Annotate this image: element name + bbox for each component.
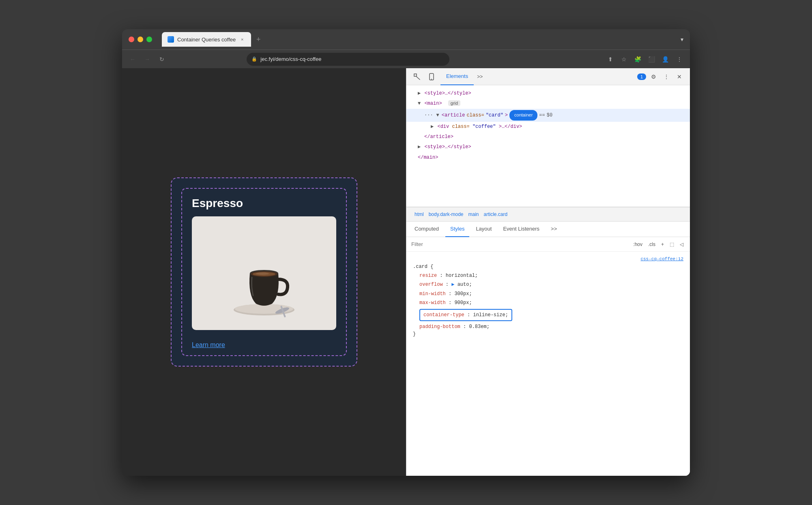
triangle-icon[interactable]: ▶: [418, 91, 421, 96]
triangle-icon[interactable]: ▶: [431, 124, 434, 129]
layout-tab[interactable]: Layout: [471, 222, 496, 237]
svg-point-10: [431, 79, 432, 80]
css-rule-padding-bottom: padding-bottom : 0.83em;: [413, 322, 683, 331]
dots-icon: ···: [424, 112, 433, 119]
devtools-main-tabs: Elements >>: [440, 68, 634, 85]
minimize-button[interactable]: [137, 37, 143, 42]
css-rule-overflow: overflow : ▶ auto;: [413, 280, 683, 289]
css-rule-min-width: min-width : 300px;: [413, 289, 683, 298]
container-type-highlight: container-type : inline-size;: [419, 309, 512, 321]
new-tab-button[interactable]: +: [253, 34, 264, 45]
learn-more-link[interactable]: Learn more: [182, 335, 346, 355]
coffee-image: [192, 216, 336, 330]
container-badge: container: [509, 110, 537, 121]
coffee-svg: [192, 216, 336, 330]
maximize-button[interactable]: [146, 37, 152, 42]
address-text: jec.fyi/demo/css-cq-coffee: [260, 56, 321, 62]
tab-menu-button[interactable]: ▾: [681, 36, 683, 43]
device-toolbar-button[interactable]: [426, 71, 437, 82]
toggle-sidebar-button[interactable]: ◁: [678, 241, 685, 248]
nav-bar: ← → ↻ 🔒 jec.fyi/demo/css-cq-coffee ⬆ ☆ 🧩…: [122, 50, 690, 68]
breadcrumb-bar: html body.dark-mode main article.card: [406, 207, 690, 222]
card-inner: Espresso: [181, 188, 347, 356]
more-styles-tabs-button[interactable]: >>: [546, 222, 562, 237]
more-button[interactable]: ⋮: [674, 54, 685, 65]
copy-style-button[interactable]: ⬚: [668, 241, 676, 248]
article-close-line[interactable]: </article>: [406, 132, 690, 142]
article-element-line[interactable]: ··· ▼ <article class= "card" > container…: [406, 109, 690, 122]
devtools-more-tabs-button[interactable]: >>: [474, 72, 486, 81]
svg-point-7: [256, 272, 269, 275]
active-tab[interactable]: Container Queries coffee ×: [162, 32, 251, 47]
triangle-icon[interactable]: ▼: [418, 101, 421, 106]
elements-panel: ▶ <style>…</style> ▼ <main> grid ··· ▼ <…: [406, 85, 690, 207]
coffee-image-wrapper: [182, 216, 346, 335]
main-element-line[interactable]: ▼ <main> grid: [406, 99, 690, 109]
notification-badge: 1: [637, 73, 646, 80]
breadcrumb-body[interactable]: body.dark-mode: [427, 211, 465, 218]
forward-button[interactable]: →: [142, 54, 153, 65]
tab-close-button[interactable]: ×: [239, 36, 245, 43]
share-button[interactable]: ⬆: [605, 54, 616, 65]
filter-actions: :hov .cls + ⬚ ◁: [632, 241, 685, 248]
extensions-button[interactable]: 🧩: [632, 54, 644, 65]
devtools-content: ▶ <style>…</style> ▼ <main> grid ··· ▼ <…: [406, 85, 690, 476]
tab-favicon: [168, 36, 174, 43]
bookmark-button[interactable]: ☆: [619, 54, 630, 65]
devtools-settings-area: 1 ⚙ ⋮ ✕: [637, 71, 685, 82]
filter-bar: :hov .cls + ⬚ ◁: [406, 237, 690, 252]
tab-title: Container Queries coffee: [177, 37, 236, 43]
close-button[interactable]: [129, 37, 134, 42]
back-button[interactable]: ←: [127, 54, 138, 65]
title-bar: Container Queries coffee × + ▾: [122, 29, 690, 50]
event-listeners-tab[interactable]: Event Listeners: [498, 222, 544, 237]
styles-sub-tabs: Computed Styles Layout Event Listeners >…: [406, 222, 690, 237]
css-panel: css-cq-coffee:12 .card { resize : horizo…: [406, 252, 690, 476]
address-bar[interactable]: 🔒 jec.fyi/demo/css-cq-coffee: [247, 53, 449, 66]
browser-window: Container Queries coffee × + ▾ ← → ↻ 🔒 j…: [122, 29, 690, 476]
inspect-element-button[interactable]: [411, 71, 423, 82]
close-devtools-button[interactable]: ✕: [674, 71, 685, 82]
tab-bar: Container Queries coffee × + ▾: [162, 32, 683, 47]
css-selector: .card {: [413, 264, 683, 270]
cast-button[interactable]: ⬛: [646, 54, 657, 65]
card-title: Espresso: [182, 189, 346, 216]
breadcrumb-article[interactable]: article.card: [482, 211, 509, 218]
div-coffee-line[interactable]: ▶ <div class= "coffee" >…</div>: [406, 122, 690, 132]
css-rule-container-type: container-type : inline-size;: [413, 308, 683, 322]
triangle-icon[interactable]: ▶: [418, 144, 421, 150]
elements-tab[interactable]: Elements: [440, 68, 474, 85]
styles-tab[interactable]: Styles: [445, 222, 469, 237]
content-area: Espresso: [122, 68, 690, 476]
profile-button[interactable]: 👤: [660, 54, 671, 65]
devtools-more-button[interactable]: ⋮: [661, 71, 672, 82]
reload-button[interactable]: ↻: [156, 54, 168, 65]
page-area: Espresso: [122, 68, 406, 476]
devtools-panel: Elements >> 1 ⚙ ⋮ ✕ ▶: [406, 68, 690, 476]
traffic-lights: [129, 37, 152, 42]
devtools-toolbar: Elements >> 1 ⚙ ⋮ ✕: [406, 68, 690, 85]
grid-badge: grid: [448, 100, 460, 106]
settings-button[interactable]: ⚙: [648, 71, 659, 82]
breadcrumb-main[interactable]: main: [467, 211, 481, 218]
style2-element-line[interactable]: ▶ <style>…</style>: [406, 142, 690, 152]
breadcrumb-html[interactable]: html: [413, 211, 425, 218]
triangle-icon[interactable]: ▼: [436, 112, 439, 119]
style-element-line[interactable]: ▶ <style>…</style>: [406, 88, 690, 99]
css-close-brace: }: [413, 331, 683, 337]
css-source[interactable]: css-cq-coffee:12: [413, 257, 683, 261]
nav-actions: ⬆ ☆ 🧩 ⬛ 👤 ⋮: [605, 54, 685, 65]
css-rule-resize: resize : horizontal;: [413, 271, 683, 280]
cls-button[interactable]: .cls: [647, 241, 657, 248]
add-style-button[interactable]: +: [659, 241, 666, 248]
computed-tab[interactable]: Computed: [410, 222, 444, 237]
overflow-expand-arrow[interactable]: ▶: [451, 282, 454, 287]
main-close-line[interactable]: </main>: [406, 153, 690, 163]
hov-button[interactable]: :hov: [632, 241, 644, 248]
filter-input[interactable]: [411, 241, 628, 247]
css-rule-max-width: max-width : 900px;: [413, 298, 683, 307]
svg-rect-8: [414, 74, 417, 76]
lock-icon: 🔒: [251, 56, 257, 62]
card-container: Espresso: [171, 177, 357, 367]
